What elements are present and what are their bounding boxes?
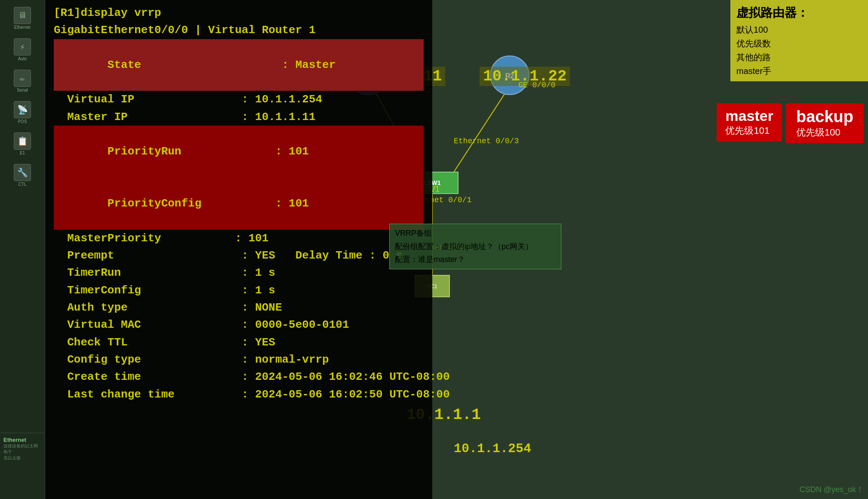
annotation-vrrp: VRRP备组 配份组配置：虚拟的ip地址？（pc网关） 配置：谁是master？ [389,224,561,269]
terminal-priority-config-text: PriorityConfig : 101 [94,197,309,210]
vrrp-panel-master: master手 [736,64,862,78]
terminal-master-priority: MasterPriority : 101 [54,230,424,247]
sidebar-label-auto: Auto [18,56,27,61]
sidebar-item-pos[interactable]: 📡 POS [3,99,42,126]
bottom-panel-title: Ethernet [3,437,42,443]
sidebar-item-auto[interactable]: ⚡ Auto [3,36,42,64]
sidebar-item-serial[interactable]: ✏ Serial [3,67,42,95]
sidebar-item-ethernet[interactable]: 🖥 Ethernet [3,4,42,32]
terminal-create-time: Create time : 2024-05-06 16:02:46 UTC-08… [54,368,424,385]
terminal-command: [R1]display vrrp [54,4,424,22]
ethernet-icon: 🖥 [14,7,31,24]
vrrp-panel-default: 默认100 [736,23,862,37]
sidebar-label-ctl: CTL [18,182,27,187]
e1-icon: 📋 [14,132,31,150]
sidebar-label-ethernet: Ethernet [14,25,31,30]
auto-icon: ⚡ [14,38,31,55]
terminal-priority-config: PriorityConfig : 101 [54,178,424,230]
sidebar-item-ctl[interactable]: 🔧 CTL [3,161,42,189]
master-box-title: master [725,108,773,124]
annotation-group-config: 配份组配置：虚拟的ip地址？（pc网关） [395,240,556,253]
terminal-state: State : Master [54,39,424,91]
terminal-preempt: Preempt : YES Delay Time : 0 s [54,247,424,264]
terminal-priority-run-text: PriorityRun : 101 [94,145,309,158]
vrrp-panel-priority: 优先级数 [736,37,862,50]
vrrp-panel-title: 虚拟路由器： [736,3,862,23]
virtual-ip-bottom: 10.1.1.254 [454,441,531,456]
terminal-interface: GigabitEthernet0/0/0 | Virtual Router 1 [54,22,424,39]
annotation-vrrp-label: VRRP备组 [395,227,556,240]
vrrp-panel-other: 其他的路 [736,50,862,64]
sidebar-label-e1: E1 [20,151,25,155]
sidebar-label-serial: Serial [17,88,28,92]
backup-box-sub: 优先级100 [796,126,853,139]
terminal-timer-config: TimerConfig : 1 s [54,282,424,299]
backup-box: backup 优先级100 [786,103,864,143]
terminal-state-text: State : Master [94,59,336,71]
terminal-master-ip: Master IP : 10.1.1.11 [54,108,424,126]
svg-line-1 [454,86,510,172]
terminal-virtual-mac: Virtual MAC : 0000-5e00-0101 [54,316,424,333]
terminal-check-ttl: Check TTL : YES [54,334,424,351]
master-box-sub: 优先级101 [725,124,773,137]
terminal-panel: [R1]display vrrp GigabitEthernet0/0/0 | … [45,0,432,499]
terminal-last-change: Last change time : 2024-05-06 16:02:50 U… [54,386,424,403]
sidebar-label-pos: POS [18,119,27,124]
backup-box-title: backup [796,108,853,126]
annotation-master-question: 配置：谁是master？ [395,253,556,266]
terminal-priority-run: PriorityRun : 101 [54,126,424,178]
sidebar-item-e1[interactable]: 📋 E1 [3,130,42,158]
ge-label: GE 0/0/0 [518,81,555,89]
terminal-timer-run: TimerRun : 1 s [54,264,424,281]
terminal-virtual-ip: Virtual IP : 10.1.1.254 [54,91,424,108]
bottom-panel-desc1: 连接设备的以太网和千 [3,443,42,455]
credits: CSDN @yes_ok！ [800,484,864,495]
sidebar: 🖥 Ethernet ⚡ Auto ✏ Serial 📡 POS 📋 E1 🔧 … [0,0,45,499]
eth-label-0003: Ethernet 0/0/3 [454,137,519,145]
terminal-auth-type: Auth type : NONE [54,299,424,316]
pos-icon: 📡 [14,101,31,118]
main-content: R1 R2 LSW1 PC1 Ethernet 0/0/2 Ethernet 0… [45,0,868,499]
bottom-panel-desc2: 兆以太接 [3,455,42,461]
serial-icon: ✏ [14,70,31,87]
ctl-icon: 🔧 [14,164,31,181]
master-box: master 优先级101 [717,103,782,142]
vrrp-info-panel: 虚拟路由器： 默认100 优先级数 其他的路 master手 [730,0,868,81]
terminal-config-type: Config type : normal-vrrp [54,351,424,368]
